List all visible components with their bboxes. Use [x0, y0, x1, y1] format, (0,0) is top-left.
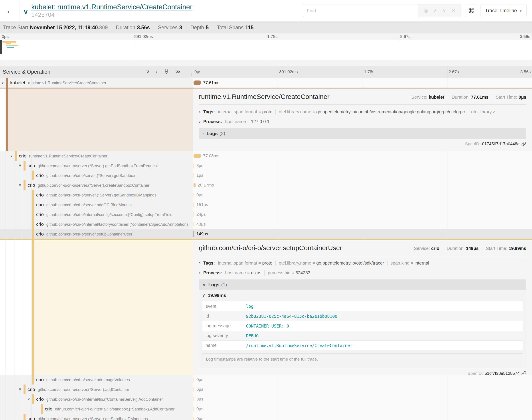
log-field-key: id: [203, 314, 246, 319]
tick-label: 891.02ms: [134, 34, 153, 39]
logs-section-header[interactable]: › Logs (2): [199, 128, 526, 139]
tick-label: 3.56s: [520, 34, 530, 39]
expand-one-chevron-right-icon[interactable]: ›: [156, 69, 157, 74]
span-row[interactable]: ∨ criogithub.com/cri-o/cri-o/internal/fa…: [0, 219, 532, 229]
collapse-trace-chevron-down-icon[interactable]: ∨: [23, 8, 28, 16]
link-icon[interactable]: [521, 371, 526, 375]
span-duration-bar[interactable]: [194, 397, 194, 401]
tag-pill: internal.span.format = proto: [218, 109, 272, 114]
span-name-cell[interactable]: ∨ criogithub.com/cri-o/cri-o/internal/fa…: [0, 219, 193, 229]
chevron-down-icon[interactable]: ∨: [1, 80, 4, 85]
span-duration-bar[interactable]: [194, 183, 196, 187]
span-duration-bar[interactable]: [194, 173, 194, 178]
span-name-cell[interactable]: ∨ criogithub.com/cri-o/cri-o/server.addO…: [0, 200, 193, 210]
span-timeline-cell[interactable]: 0μs: [193, 190, 532, 200]
timeline-minimap[interactable]: [0, 40, 532, 60]
span-row[interactable]: ∨ criogithub.com/cri-o/cri-o/server.(*Se…: [0, 190, 532, 200]
span-name-cell[interactable]: ∨ criogithub.com/cri-o/cri-o/internal/li…: [0, 404, 193, 414]
span-row[interactable]: ∨ criogithub.com/cri-o/cri-o/internal/li…: [0, 394, 532, 404]
span-timeline-cell[interactable]: 3μs: [193, 394, 532, 404]
minimap-span-bar: [7, 47, 14, 48]
span-duration-bar[interactable]: [194, 212, 194, 217]
span-row[interactable]: ∨ criogithub.com/cri-o/cri-o/server.(*Se…: [0, 385, 532, 394]
span-name-cell[interactable]: ∨ crioruntime.v1.RuntimeService/CreateCo…: [0, 151, 193, 161]
span-name-cell[interactable]: ∨ criogithub.com/cri-o/cri-o/server.(*Se…: [0, 414, 193, 420]
tick-label: 2.67s: [449, 69, 459, 74]
span-row[interactable]: ∨ criogithub.com/cri-o/cri-o/server.setu…: [0, 229, 532, 239]
find-input[interactable]: [303, 4, 418, 17]
span-name-cell[interactable]: ∨ criogithub.com/cri-o/cri-o/internal/li…: [0, 394, 193, 404]
span-row[interactable]: ∨ criogithub.com/cri-o/cri-o/server.addI…: [0, 375, 532, 385]
span-row[interactable]: ∨ criogithub.com/cri-o/cri-o/server.(*Se…: [0, 414, 532, 420]
span-row[interactable]: ∨ criogithub.com/cri-o/cri-o/internal/li…: [0, 404, 532, 414]
span-timeline-cell[interactable]: 1μs: [193, 170, 532, 180]
span-row[interactable]: ∨ criogithub.com/cri-o/cri-o/server.addO…: [0, 200, 532, 210]
logs-section-header[interactable]: ∨ Logs (1): [199, 279, 526, 290]
span-timeline-cell[interactable]: 24μs: [193, 210, 532, 219]
span-row[interactable]: ∨ criogithub.com/cri-o/cri-o/internal/co…: [0, 210, 532, 219]
next-match-chevron-down-icon[interactable]: ∨: [443, 8, 446, 14]
span-duration-bar[interactable]: [194, 164, 194, 168]
span-timeline-cell[interactable]: 20.17ms: [193, 180, 532, 190]
span-name-cell[interactable]: ∨ criogithub.com/cri-o/cri-o/server.(*Se…: [0, 180, 193, 190]
chevron-down-icon[interactable]: ∨: [10, 153, 13, 158]
span-duration-bar[interactable]: [194, 154, 201, 158]
column-resizer-handle[interactable]: [190, 73, 192, 76]
span-duration-bar[interactable]: [194, 202, 194, 207]
span-name-cell[interactable]: ∨ criogithub.com/cri-o/cri-o/server.(*Se…: [0, 161, 193, 170]
span-duration-bar[interactable]: [194, 193, 194, 197]
process-row[interactable]: › Process: host.name = nixosprocess.pid …: [199, 269, 526, 276]
span-row[interactable]: ∨ crioruntime.v1.RuntimeService/CreateCo…: [0, 151, 532, 161]
span-timeline-cell[interactable]: 43μs: [193, 219, 532, 229]
span-name-cell[interactable]: ∨ criogithub.com/cri-o/cri-o/server.setu…: [0, 229, 193, 239]
span-name-cell[interactable]: ∨ criogithub.com/cri-o/cri-o/internal/co…: [0, 210, 193, 219]
tags-label: Tags:: [203, 261, 215, 266]
expand-all-double-chevron-right-icon[interactable]: ≫: [175, 69, 181, 74]
span-timeline-cell[interactable]: 0μs: [193, 404, 532, 414]
minimap-drag-handle[interactable]: [0, 40, 2, 54]
span-row[interactable]: ∨ criogithub.com/cri-o/cri-o/server.(*Se…: [0, 180, 532, 190]
span-name-cell[interactable]: ∨ criogithub.com/cri-o/cri-o/server.addI…: [0, 375, 193, 385]
span-timeline-cell[interactable]: 8μs: [193, 161, 532, 170]
span-name-cell[interactable]: ∨ criogithub.com/cri-o/cri-o/server.(*Se…: [0, 170, 193, 180]
span-operation: github.com/cri-o/cri-o/internal/lib/sand…: [55, 407, 174, 411]
span-duration-bar[interactable]: [194, 387, 194, 392]
span-timeline-cell[interactable]: 149μs: [193, 229, 532, 239]
span-timeline-cell[interactable]: 151μs: [193, 200, 532, 210]
chevron-down-icon[interactable]: ∨: [19, 163, 21, 168]
span-name-cell[interactable]: ∨ criogithub.com/cri-o/cri-o/server.(*Se…: [0, 190, 193, 200]
chevron-down-icon[interactable]: ∨: [19, 183, 21, 187]
link-icon[interactable]: [521, 141, 526, 146]
trace-title-link[interactable]: kubelet: runtime.v1.RuntimeService/Creat…: [31, 3, 192, 11]
span-name-cell[interactable]: ∨ criogithub.com/cri-o/cri-o/server.(*Se…: [0, 385, 193, 394]
chevron-down-icon[interactable]: ∨: [27, 397, 30, 401]
chevron-down-icon[interactable]: ∨: [19, 387, 21, 392]
back-button[interactable]: ←: [0, 0, 19, 21]
span-row[interactable]: ∨ criogithub.com/cri-o/cri-o/server.(*Se…: [0, 170, 532, 180]
span-name-cell[interactable]: ∨ kubeletruntime.v1.RuntimeService/Creat…: [0, 78, 193, 88]
span-timeline-cell[interactable]: 0μs: [193, 414, 532, 420]
tags-row[interactable]: › Tags: internal.span.format = protootel…: [199, 259, 526, 267]
span-duration-bar[interactable]: [194, 80, 201, 85]
span-row[interactable]: ∨ criogithub.com/cri-o/cri-o/server.(*Se…: [0, 161, 532, 170]
span-timeline-cell[interactable]: 0μs: [193, 375, 532, 385]
span-timeline-cell[interactable]: 77.61ms: [193, 78, 532, 88]
keyboard-shortcuts-button[interactable]: ⌘: [465, 4, 477, 17]
process-row[interactable]: › Process: host.name = 127.0.0.1: [199, 118, 526, 125]
span-duration-bar[interactable]: [194, 417, 194, 420]
span-duration-bar[interactable]: [194, 222, 194, 226]
locate-icon[interactable]: ◎: [424, 8, 428, 14]
span-timeline-cell[interactable]: 6μs: [193, 385, 532, 394]
span-row[interactable]: ∨ kubeletruntime.v1.RuntimeService/Creat…: [0, 78, 532, 88]
clear-find-close-icon[interactable]: ✕: [452, 8, 455, 14]
span-duration-bar[interactable]: [194, 407, 194, 411]
tags-row[interactable]: › Tags: internal.span.format = protootel…: [199, 108, 526, 115]
prev-match-chevron-up-icon[interactable]: ∧: [434, 8, 437, 14]
collapse-one-chevron-down-icon[interactable]: ∨: [146, 69, 150, 74]
span-duration-bar[interactable]: [194, 231, 194, 237]
span-duration-bar[interactable]: [194, 377, 194, 382]
collapse-all-double-chevron-down-icon[interactable]: ≫: [164, 69, 169, 74]
span-timeline-cell[interactable]: 77.08ms: [193, 151, 532, 161]
log-timestamp-row[interactable]: ∨ 19.99ms: [199, 290, 526, 301]
trace-view-selector[interactable]: Trace Timeline ∨: [481, 4, 527, 17]
